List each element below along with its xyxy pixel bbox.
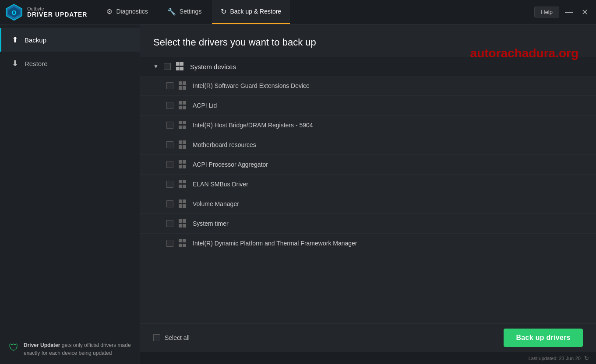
status-bar: Last updated: 23-Jun-20 ↻: [140, 352, 596, 364]
sidebar-footer-text: Driver Updater gets only official driver…: [24, 341, 131, 357]
windows-device-icon: [179, 140, 187, 149]
list-item[interactable]: ELAN SMBus Driver: [140, 175, 596, 194]
windows-device-icon: [179, 239, 187, 248]
device-checkbox-2[interactable]: [166, 122, 173, 129]
refresh-icon[interactable]: ↻: [584, 355, 589, 361]
settings-icon: 🔧: [167, 7, 176, 16]
tab-diagnostics-label: Diagnostics: [116, 8, 148, 15]
nav-tabs: ⚙ Diagnostics 🔧 Settings ↻ Back up & Res…: [98, 0, 534, 24]
list-item[interactable]: System timer: [140, 214, 596, 234]
list-item[interactable]: ACPI Lid: [140, 96, 596, 116]
device-checkbox-0[interactable]: [166, 82, 173, 89]
device-label-1: ACPI Lid: [193, 102, 217, 109]
windows-device-icon: [179, 219, 187, 228]
logo-icon: O: [5, 4, 23, 21]
tab-backup-restore-label: Back up & Restore: [230, 8, 281, 15]
windows-device-icon: [179, 180, 187, 189]
close-button[interactable]: ✕: [578, 6, 591, 18]
tab-settings[interactable]: 🔧 Settings: [159, 0, 211, 24]
tab-diagnostics[interactable]: ⚙ Diagnostics: [98, 0, 156, 24]
device-label-2: Intel(R) Host Bridge/DRAM Registers - 59…: [193, 122, 313, 129]
restore-nav-icon: ⬇: [12, 59, 18, 68]
list-item[interactable]: Volume Manager: [140, 194, 596, 214]
backup-drivers-button[interactable]: Back up drivers: [504, 329, 583, 347]
windows-category-icon: [176, 62, 185, 71]
device-checkbox-1[interactable]: [166, 102, 173, 109]
app-body: ⬆ Backup ⬇ Restore 🛡 Driver Updater gets…: [0, 24, 596, 364]
device-checkbox-6[interactable]: [166, 200, 173, 207]
windows-device-icon: [179, 101, 187, 110]
titlebar: O Outbyte DRIVER UPDATER ⚙ Diagnostics 🔧…: [0, 0, 596, 24]
device-label-7: System timer: [193, 220, 229, 227]
expand-chevron-icon[interactable]: ▼: [153, 63, 159, 70]
category-row-system-devices[interactable]: ▼ System devices: [140, 57, 596, 76]
footer-brand: Driver Updater: [24, 342, 60, 348]
list-item[interactable]: Intel(R) Dynamic Platform and Thermal Fr…: [140, 234, 596, 253]
svg-text:O: O: [12, 9, 17, 16]
sidebar-item-restore-label: Restore: [25, 60, 48, 67]
windows-device-icon: [179, 81, 187, 90]
device-list[interactable]: ▼ System devices Intel(R) Software Guard…: [140, 57, 596, 323]
device-checkbox-5[interactable]: [166, 181, 173, 188]
windows-device-icon: [179, 160, 187, 169]
list-item[interactable]: Intel(R) Software Guard Extensions Devic…: [140, 76, 596, 96]
footer-bar: Select all Back up drivers: [140, 323, 596, 352]
tab-backup-restore[interactable]: ↻ Back up & Restore: [212, 0, 290, 24]
sidebar: ⬆ Backup ⬇ Restore 🛡 Driver Updater gets…: [0, 24, 140, 364]
device-label-5: ELAN SMBus Driver: [193, 181, 248, 188]
page-title: Select the drivers you want to back up: [153, 37, 583, 48]
category-checkbox[interactable]: [164, 63, 171, 70]
close-icon: ✕: [582, 7, 588, 17]
backup-restore-icon: ↻: [221, 7, 226, 16]
select-all-checkbox[interactable]: [153, 334, 160, 341]
tab-settings-label: Settings: [180, 8, 202, 15]
minimize-icon: —: [565, 7, 573, 17]
last-updated-text: Last updated: 23-Jun-20: [529, 356, 581, 361]
sidebar-footer: 🛡 Driver Updater gets only official driv…: [0, 334, 140, 364]
device-checkbox-4[interactable]: [166, 161, 173, 168]
device-label-8: Intel(R) Dynamic Platform and Thermal Fr…: [193, 240, 357, 247]
window-controls: Help — ✕: [534, 6, 591, 18]
sidebar-nav: ⬆ Backup ⬇ Restore: [0, 24, 140, 334]
content-header: Select the drivers you want to back up: [140, 24, 596, 57]
sidebar-item-backup-label: Backup: [25, 36, 46, 44]
list-item[interactable]: Motherboard resources: [140, 135, 596, 155]
device-label-4: ACPI Processor Aggregator: [193, 161, 268, 168]
help-button[interactable]: Help: [534, 7, 559, 18]
list-item[interactable]: ACPI Processor Aggregator: [140, 155, 596, 175]
device-label-3: Motherboard resources: [193, 141, 256, 148]
backup-nav-icon: ⬆: [12, 35, 18, 45]
sidebar-item-backup[interactable]: ⬆ Backup: [0, 28, 140, 52]
app-logo: O Outbyte DRIVER UPDATER: [5, 4, 87, 21]
app-title-text: Outbyte DRIVER UPDATER: [27, 6, 87, 18]
main-content: autorachadura.org Select the drivers you…: [140, 24, 596, 364]
product-name: DRIVER UPDATER: [27, 11, 87, 18]
windows-device-icon: [179, 200, 187, 208]
device-label-0: Intel(R) Software Guard Extensions Devic…: [193, 82, 310, 89]
category-label: System devices: [190, 63, 236, 70]
select-all-row[interactable]: Select all: [153, 334, 190, 341]
select-all-label: Select all: [165, 334, 190, 341]
device-label-6: Volume Manager: [193, 200, 239, 207]
device-checkbox-3[interactable]: [166, 141, 173, 148]
sidebar-item-restore[interactable]: ⬇ Restore: [0, 52, 140, 75]
windows-device-icon: [179, 121, 187, 130]
device-checkbox-8[interactable]: [166, 240, 173, 247]
shield-icon: 🛡: [9, 342, 18, 354]
device-checkbox-7[interactable]: [166, 220, 173, 227]
diagnostics-icon: ⚙: [106, 7, 113, 16]
minimize-button[interactable]: —: [563, 6, 575, 18]
list-item[interactable]: Intel(R) Host Bridge/DRAM Registers - 59…: [140, 116, 596, 135]
